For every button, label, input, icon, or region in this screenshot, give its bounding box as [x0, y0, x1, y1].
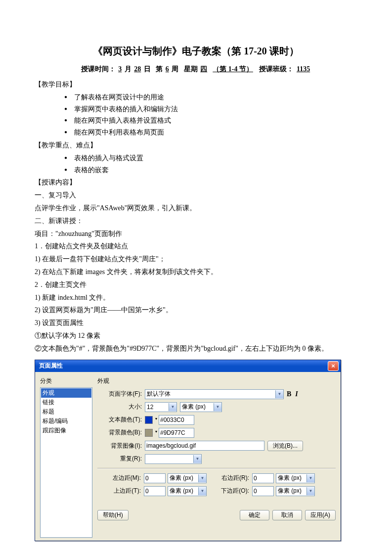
s1: 1．创建站点文件夹及创建站点: [35, 240, 357, 252]
meta-class: 1135: [296, 65, 311, 73]
focus-item: 表格的插入与格式设置: [64, 152, 357, 164]
s2-3: 3) 设置页面属性: [35, 317, 357, 329]
group-appearance: 外观: [97, 377, 336, 385]
heading-goals: 【教学目标】: [35, 79, 357, 91]
apply-button[interactable]: 应用(A): [305, 510, 336, 520]
ok-button[interactable]: 确定: [240, 510, 269, 520]
p1: ①默认字体为 12 像素: [35, 330, 357, 342]
repeat-select[interactable]: ▼: [145, 454, 202, 464]
size-unit-select[interactable]: 像素 (px)▼: [180, 402, 222, 412]
s2: 2．创建主页文件: [35, 279, 357, 291]
cat-title[interactable]: 标题: [41, 407, 91, 416]
textcolor-input[interactable]: [159, 415, 194, 425]
titlebar[interactable]: 页面属性 ×: [35, 360, 341, 372]
font-select[interactable]: 默认字体▼: [145, 389, 284, 399]
chevron-down-icon: ▼: [193, 455, 201, 463]
margin-bottom-input[interactable]: [252, 486, 274, 496]
browse-button[interactable]: 浏览(B)...: [267, 441, 303, 451]
cat-encoding[interactable]: 标题/编码: [41, 416, 91, 426]
chevron-down-icon: ▼: [306, 474, 314, 482]
s2-1: 1) 新建 index.html 文件。: [35, 292, 357, 304]
margin-right-input[interactable]: [252, 473, 274, 483]
textcolor-label: 文本颜色(T):: [97, 416, 142, 424]
c2-proj: 项目："zhouzhuang"页面制作: [35, 228, 357, 240]
margin-right-label: 右边距(R):: [216, 474, 249, 482]
meta-weekday: 四: [199, 65, 208, 73]
font-label: 页面字体(F):: [97, 390, 142, 398]
meta-prefix: 授课时间：: [81, 65, 116, 73]
p2: ②文本颜色为"#"，背景颜色为"#9D977C"，背景图片为"bgcloud.g…: [35, 343, 357, 355]
margin-left-label: 左边距(M):: [97, 474, 141, 482]
help-button[interactable]: 帮助(H): [97, 510, 129, 520]
bgcolor-input[interactable]: [159, 428, 194, 438]
meta-line: 授课时间： 3 月 28 日 第 6 周 星期 四 （第 1-4 节） 授课班级…: [35, 65, 357, 74]
cancel-button[interactable]: 取消: [272, 510, 302, 520]
s1-1: 1) 在最后一盘符下创建站点文件夹"周庄"；: [35, 253, 357, 265]
margin-left-unit[interactable]: 像素 (px)▼: [168, 473, 207, 483]
category-list[interactable]: 外观 链接 标题 标题/编码 跟踪图像: [40, 387, 92, 538]
focus-item: 表格的嵌套: [64, 164, 357, 176]
repeat-label: 重复(R):: [97, 455, 142, 463]
c1-1: 点评学生作业，展示"ASAweb"网页效果，引入新课。: [35, 202, 357, 214]
s2-2: 2) 设置网页标题为"周庄——中国第一水乡"。: [35, 304, 357, 316]
cat-appearance[interactable]: 外观: [41, 388, 91, 398]
margin-left-input[interactable]: [144, 473, 166, 483]
margin-top-input[interactable]: [144, 486, 166, 496]
divider: [97, 468, 336, 468]
margin-right-unit[interactable]: 像素 (px)▼: [276, 473, 315, 483]
meta-month: 3: [117, 65, 123, 73]
heading-focus: 【教学重点、难点】: [35, 139, 357, 151]
dialog-title: 页面属性: [39, 362, 63, 370]
cat-links[interactable]: 链接: [41, 398, 91, 407]
s1-2: 2) 在站点下新建 images 文件夹，将素材复制到该文件夹下。: [35, 266, 357, 278]
margin-bottom-unit[interactable]: 像素 (px)▼: [276, 486, 315, 496]
goal-item: 能在网页中插入表格并设置格式: [64, 115, 357, 127]
c2: 二、新课讲授：: [35, 215, 357, 227]
textcolor-swatch[interactable]: [145, 416, 153, 424]
cat-tracking[interactable]: 跟踪图像: [41, 426, 91, 435]
chevron-down-icon: ▼: [198, 474, 206, 482]
meta-day: 28: [133, 65, 142, 73]
page-properties-dialog: 页面属性 × 分类 外观 链接 标题 标题/编码 跟踪图像 外观 页面字体(F)…: [35, 360, 341, 541]
meta-week: 6: [165, 65, 170, 73]
bgcolor-label: 背景颜色(B):: [97, 428, 142, 437]
close-button[interactable]: ×: [328, 361, 339, 371]
chevron-down-icon: ▼: [306, 487, 314, 495]
category-label: 分类: [40, 377, 92, 385]
doc-title: 《网页设计与制作》电子教案（第 17-20 课时）: [35, 45, 357, 58]
meta-periods: （第 1-4 节）: [212, 65, 254, 73]
bgimg-input[interactable]: [145, 441, 264, 451]
bgimg-label: 背景图像(I):: [97, 442, 142, 450]
chevron-down-icon: ▼: [169, 403, 176, 411]
goal-item: 能在网页中利用表格布局页面: [64, 127, 357, 139]
bold-button[interactable]: B: [287, 390, 291, 398]
chevron-down-icon: ▼: [198, 487, 206, 495]
margin-bottom-label: 下边距(O):: [216, 487, 249, 495]
size-label: 大小:: [97, 403, 142, 411]
margin-top-unit[interactable]: 像素 (px)▼: [168, 486, 207, 496]
bgcolor-swatch[interactable]: [145, 429, 153, 437]
chevron-down-icon: ▼: [214, 403, 221, 411]
margin-top-label: 上边距(T):: [97, 487, 141, 495]
goal-item: 了解表格在网页设计中的用途: [64, 92, 357, 103]
heading-content: 【授课内容】: [35, 177, 357, 188]
goal-item: 掌握网页中表格的插入和编辑方法: [64, 103, 357, 115]
size-select[interactable]: 12▼: [145, 402, 177, 412]
italic-button[interactable]: I: [295, 390, 298, 398]
chevron-down-icon: ▼: [275, 390, 283, 398]
c1: 一、复习导入: [35, 189, 357, 201]
